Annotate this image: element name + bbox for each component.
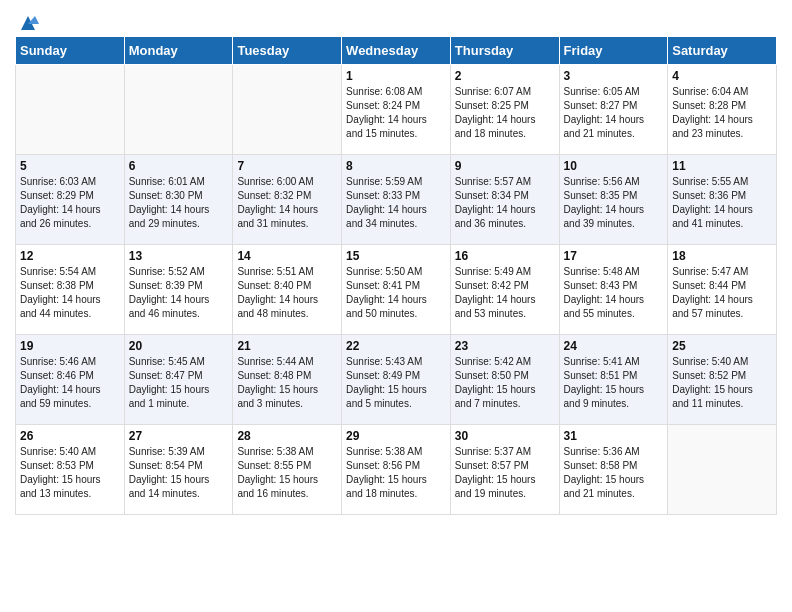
calendar-cell: 24Sunrise: 5:41 AM Sunset: 8:51 PM Dayli… — [559, 335, 668, 425]
calendar-cell: 10Sunrise: 5:56 AM Sunset: 8:35 PM Dayli… — [559, 155, 668, 245]
calendar-cell: 25Sunrise: 5:40 AM Sunset: 8:52 PM Dayli… — [668, 335, 777, 425]
day-number: 10 — [564, 159, 664, 173]
calendar-cell: 4Sunrise: 6:04 AM Sunset: 8:28 PM Daylig… — [668, 65, 777, 155]
day-number: 29 — [346, 429, 446, 443]
weekday-header-sunday: Sunday — [16, 37, 125, 65]
calendar-cell: 17Sunrise: 5:48 AM Sunset: 8:43 PM Dayli… — [559, 245, 668, 335]
day-info: Sunrise: 5:38 AM Sunset: 8:56 PM Dayligh… — [346, 445, 446, 501]
calendar-cell: 13Sunrise: 5:52 AM Sunset: 8:39 PM Dayli… — [124, 245, 233, 335]
day-number: 15 — [346, 249, 446, 263]
day-number: 17 — [564, 249, 664, 263]
calendar-cell: 5Sunrise: 6:03 AM Sunset: 8:29 PM Daylig… — [16, 155, 125, 245]
calendar-cell: 14Sunrise: 5:51 AM Sunset: 8:40 PM Dayli… — [233, 245, 342, 335]
calendar-cell: 1Sunrise: 6:08 AM Sunset: 8:24 PM Daylig… — [342, 65, 451, 155]
day-info: Sunrise: 6:04 AM Sunset: 8:28 PM Dayligh… — [672, 85, 772, 141]
calendar-cell: 27Sunrise: 5:39 AM Sunset: 8:54 PM Dayli… — [124, 425, 233, 515]
day-info: Sunrise: 6:08 AM Sunset: 8:24 PM Dayligh… — [346, 85, 446, 141]
calendar-week-row: 19Sunrise: 5:46 AM Sunset: 8:46 PM Dayli… — [16, 335, 777, 425]
day-number: 4 — [672, 69, 772, 83]
day-info: Sunrise: 5:39 AM Sunset: 8:54 PM Dayligh… — [129, 445, 229, 501]
day-number: 1 — [346, 69, 446, 83]
day-info: Sunrise: 6:03 AM Sunset: 8:29 PM Dayligh… — [20, 175, 120, 231]
day-number: 11 — [672, 159, 772, 173]
day-number: 23 — [455, 339, 555, 353]
day-info: Sunrise: 6:01 AM Sunset: 8:30 PM Dayligh… — [129, 175, 229, 231]
calendar-cell: 23Sunrise: 5:42 AM Sunset: 8:50 PM Dayli… — [450, 335, 559, 425]
day-number: 30 — [455, 429, 555, 443]
day-info: Sunrise: 5:43 AM Sunset: 8:49 PM Dayligh… — [346, 355, 446, 411]
day-info: Sunrise: 5:46 AM Sunset: 8:46 PM Dayligh… — [20, 355, 120, 411]
weekday-header-tuesday: Tuesday — [233, 37, 342, 65]
calendar-cell: 3Sunrise: 6:05 AM Sunset: 8:27 PM Daylig… — [559, 65, 668, 155]
weekday-header-thursday: Thursday — [450, 37, 559, 65]
calendar-cell: 28Sunrise: 5:38 AM Sunset: 8:55 PM Dayli… — [233, 425, 342, 515]
day-number: 13 — [129, 249, 229, 263]
day-info: Sunrise: 5:54 AM Sunset: 8:38 PM Dayligh… — [20, 265, 120, 321]
day-number: 2 — [455, 69, 555, 83]
weekday-header-friday: Friday — [559, 37, 668, 65]
calendar-week-row: 5Sunrise: 6:03 AM Sunset: 8:29 PM Daylig… — [16, 155, 777, 245]
day-info: Sunrise: 5:48 AM Sunset: 8:43 PM Dayligh… — [564, 265, 664, 321]
calendar-cell — [124, 65, 233, 155]
calendar-week-row: 12Sunrise: 5:54 AM Sunset: 8:38 PM Dayli… — [16, 245, 777, 335]
day-info: Sunrise: 6:07 AM Sunset: 8:25 PM Dayligh… — [455, 85, 555, 141]
calendar-cell: 18Sunrise: 5:47 AM Sunset: 8:44 PM Dayli… — [668, 245, 777, 335]
day-number: 6 — [129, 159, 229, 173]
day-number: 9 — [455, 159, 555, 173]
calendar-cell: 7Sunrise: 6:00 AM Sunset: 8:32 PM Daylig… — [233, 155, 342, 245]
calendar-cell: 26Sunrise: 5:40 AM Sunset: 8:53 PM Dayli… — [16, 425, 125, 515]
day-info: Sunrise: 5:47 AM Sunset: 8:44 PM Dayligh… — [672, 265, 772, 321]
calendar-table: SundayMondayTuesdayWednesdayThursdayFrid… — [15, 36, 777, 515]
day-number: 22 — [346, 339, 446, 353]
day-info: Sunrise: 5:45 AM Sunset: 8:47 PM Dayligh… — [129, 355, 229, 411]
calendar-cell: 6Sunrise: 6:01 AM Sunset: 8:30 PM Daylig… — [124, 155, 233, 245]
day-info: Sunrise: 6:00 AM Sunset: 8:32 PM Dayligh… — [237, 175, 337, 231]
calendar-week-row: 26Sunrise: 5:40 AM Sunset: 8:53 PM Dayli… — [16, 425, 777, 515]
calendar-cell — [16, 65, 125, 155]
calendar-cell: 9Sunrise: 5:57 AM Sunset: 8:34 PM Daylig… — [450, 155, 559, 245]
weekday-header-row: SundayMondayTuesdayWednesdayThursdayFrid… — [16, 37, 777, 65]
day-info: Sunrise: 5:38 AM Sunset: 8:55 PM Dayligh… — [237, 445, 337, 501]
day-number: 8 — [346, 159, 446, 173]
calendar-cell — [233, 65, 342, 155]
day-number: 16 — [455, 249, 555, 263]
weekday-header-monday: Monday — [124, 37, 233, 65]
day-info: Sunrise: 5:40 AM Sunset: 8:52 PM Dayligh… — [672, 355, 772, 411]
day-info: Sunrise: 5:55 AM Sunset: 8:36 PM Dayligh… — [672, 175, 772, 231]
day-info: Sunrise: 5:40 AM Sunset: 8:53 PM Dayligh… — [20, 445, 120, 501]
day-info: Sunrise: 5:52 AM Sunset: 8:39 PM Dayligh… — [129, 265, 229, 321]
day-number: 21 — [237, 339, 337, 353]
page-header — [15, 10, 777, 30]
logo-icon — [17, 12, 39, 34]
calendar-cell: 31Sunrise: 5:36 AM Sunset: 8:58 PM Dayli… — [559, 425, 668, 515]
day-number: 26 — [20, 429, 120, 443]
day-info: Sunrise: 5:57 AM Sunset: 8:34 PM Dayligh… — [455, 175, 555, 231]
day-info: Sunrise: 5:49 AM Sunset: 8:42 PM Dayligh… — [455, 265, 555, 321]
calendar-cell: 29Sunrise: 5:38 AM Sunset: 8:56 PM Dayli… — [342, 425, 451, 515]
day-info: Sunrise: 6:05 AM Sunset: 8:27 PM Dayligh… — [564, 85, 664, 141]
calendar-cell: 20Sunrise: 5:45 AM Sunset: 8:47 PM Dayli… — [124, 335, 233, 425]
day-info: Sunrise: 5:51 AM Sunset: 8:40 PM Dayligh… — [237, 265, 337, 321]
calendar-cell: 11Sunrise: 5:55 AM Sunset: 8:36 PM Dayli… — [668, 155, 777, 245]
day-number: 3 — [564, 69, 664, 83]
day-info: Sunrise: 5:50 AM Sunset: 8:41 PM Dayligh… — [346, 265, 446, 321]
day-number: 12 — [20, 249, 120, 263]
day-number: 20 — [129, 339, 229, 353]
day-info: Sunrise: 5:41 AM Sunset: 8:51 PM Dayligh… — [564, 355, 664, 411]
day-number: 27 — [129, 429, 229, 443]
calendar-cell: 19Sunrise: 5:46 AM Sunset: 8:46 PM Dayli… — [16, 335, 125, 425]
calendar-cell: 21Sunrise: 5:44 AM Sunset: 8:48 PM Dayli… — [233, 335, 342, 425]
day-info: Sunrise: 5:37 AM Sunset: 8:57 PM Dayligh… — [455, 445, 555, 501]
calendar-cell: 16Sunrise: 5:49 AM Sunset: 8:42 PM Dayli… — [450, 245, 559, 335]
calendar-cell: 12Sunrise: 5:54 AM Sunset: 8:38 PM Dayli… — [16, 245, 125, 335]
day-info: Sunrise: 5:36 AM Sunset: 8:58 PM Dayligh… — [564, 445, 664, 501]
calendar-cell: 22Sunrise: 5:43 AM Sunset: 8:49 PM Dayli… — [342, 335, 451, 425]
day-number: 24 — [564, 339, 664, 353]
day-number: 18 — [672, 249, 772, 263]
day-number: 25 — [672, 339, 772, 353]
calendar-week-row: 1Sunrise: 6:08 AM Sunset: 8:24 PM Daylig… — [16, 65, 777, 155]
day-number: 5 — [20, 159, 120, 173]
day-number: 7 — [237, 159, 337, 173]
day-number: 31 — [564, 429, 664, 443]
weekday-header-wednesday: Wednesday — [342, 37, 451, 65]
